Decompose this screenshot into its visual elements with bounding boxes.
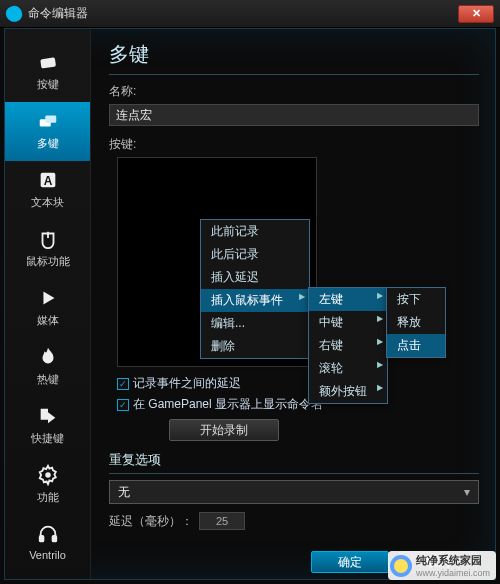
divider [109,74,479,75]
gear-icon [37,464,59,486]
shortcut-icon [37,405,59,427]
check-record-delay[interactable]: ✓ 记录事件之间的延迟 [117,375,479,392]
menu-item-insert-mouse[interactable]: 插入鼠标事件 [201,289,309,312]
sidebar-item-hotkey[interactable]: 热键 [5,338,90,397]
delay-label: 延迟（毫秒）： [109,513,193,530]
text-icon: A [37,169,59,191]
checkbox-icon: ✓ [117,399,129,411]
sidebar-item-media[interactable]: 媒体 [5,279,90,338]
multikey-icon [37,110,59,132]
context-submenu-action[interactable]: 按下 释放 点击 [386,287,446,358]
sidebar-item-shortcut[interactable]: 快捷键 [5,397,90,456]
watermark: 纯净系统家园 www.yidaimei.com [388,551,496,580]
svg-text:A: A [43,174,52,188]
svg-rect-0 [40,57,56,68]
dialog-client: 按键 多键 A 文本块 鼠标功能 媒体 热键 快捷键 功能 [4,28,496,580]
menu-item-left-button[interactable]: 左键 [309,288,387,311]
start-record-button[interactable]: 开始录制 [169,419,279,441]
flame-icon [37,346,59,368]
sidebar-item-textblock[interactable]: A 文本块 [5,161,90,220]
checkbox-icon: ✓ [117,378,129,390]
play-icon [37,287,59,309]
page-title: 多键 [109,41,479,68]
keys-label: 按键: [109,136,479,153]
context-menu[interactable]: 此前记录 此后记录 插入延迟 插入鼠标事件 编辑... 删除 [200,219,310,359]
menu-item-record-before[interactable]: 此前记录 [201,220,309,243]
name-input[interactable] [109,104,479,126]
menu-item-press[interactable]: 按下 [387,288,445,311]
menu-item-wheel[interactable]: 滚轮 [309,357,387,380]
menu-item-edit[interactable]: 编辑... [201,312,309,335]
svg-rect-2 [45,116,56,123]
check-gamepanel[interactable]: ✓ 在 GamePanel 显示器上显示命令名 [117,396,479,413]
sidebar: 按键 多键 A 文本块 鼠标功能 媒体 热键 快捷键 功能 [5,29,91,579]
svg-rect-7 [39,536,43,542]
menu-item-right-button[interactable]: 右键 [309,334,387,357]
keystroke-icon [37,51,59,73]
menu-item-middle-button[interactable]: 中键 [309,311,387,334]
menu-item-release[interactable]: 释放 [387,311,445,334]
delay-input[interactable] [199,512,245,530]
options-group: ✓ 记录事件之间的延迟 ✓ 在 GamePanel 显示器上显示命令名 [117,375,479,413]
sidebar-item-keystroke[interactable]: 按键 [5,43,90,102]
menu-item-insert-delay[interactable]: 插入延迟 [201,266,309,289]
sidebar-item-mouse[interactable]: 鼠标功能 [5,220,90,279]
svg-rect-8 [52,536,56,542]
context-submenu-mouse[interactable]: 左键 中键 右键 滚轮 额外按钮 [308,287,388,404]
svg-point-6 [45,472,51,478]
menu-item-record-after[interactable]: 此后记录 [201,243,309,266]
sidebar-item-function[interactable]: 功能 [5,456,90,515]
repeat-select[interactable]: 无 [109,480,479,504]
sidebar-item-ventrilo[interactable]: Ventrilo [5,515,90,571]
name-label: 名称: [109,83,479,100]
app-logo-icon [4,3,25,24]
window-title: 命令编辑器 [28,5,456,22]
menu-item-click[interactable]: 点击 [387,334,445,357]
menu-item-delete[interactable]: 删除 [201,335,309,358]
sidebar-item-multikey[interactable]: 多键 [5,102,90,161]
window-titlebar: 命令编辑器 ✕ [0,0,500,28]
menu-item-extra-button[interactable]: 额外按钮 [309,380,387,403]
watermark-logo-icon [390,555,412,577]
mouse-icon [37,228,59,250]
headset-icon [37,523,59,545]
window-close-button[interactable]: ✕ [458,5,494,23]
repeat-section-title: 重复选项 [109,451,479,474]
ok-button[interactable]: 确定 [311,551,389,573]
